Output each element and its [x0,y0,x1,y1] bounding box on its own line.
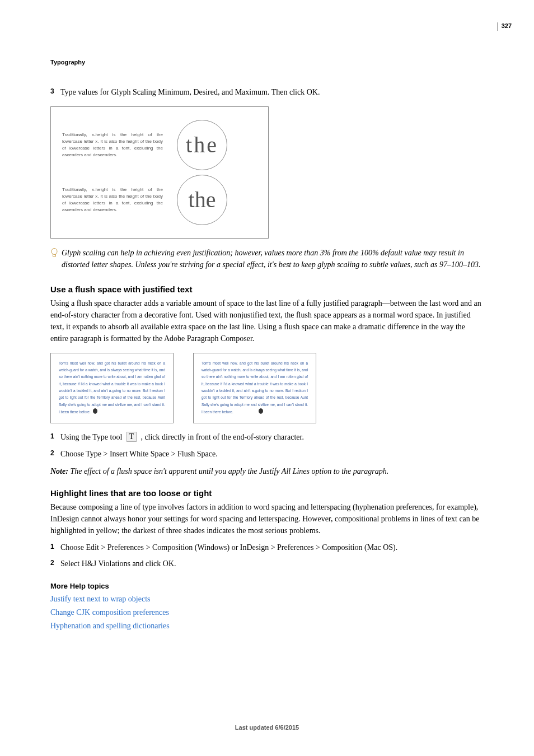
step-number: 3 [50,87,60,98]
step-text: Choose Type > Insert White Space > Flush… [60,449,484,460]
step-3: 3 Type values for Glyph Scaling Minimum,… [50,87,484,98]
figure-text-normal: Traditionally, x-height is the height of… [62,186,163,213]
note-label: Note: [50,467,68,475]
column-text: Tom's most well now, and got his bullet … [202,361,308,414]
step-number: 2 [50,449,60,460]
step-text: Type values for Glyph Scaling Minimum, D… [60,87,484,98]
header-topic: Typography [50,59,85,66]
footer-last-updated: Last updated 6/6/2015 [0,724,534,731]
glyph-scaling-figure: Traditionally, x-height is the height of… [50,106,269,239]
tip-text: Glyph scaling can help in achieving even… [62,247,484,270]
type-tool-icon: T [127,432,137,442]
note-body: The effect of a flush space isn't appare… [68,467,388,475]
circle-the-wide: the [177,120,227,170]
step-2-hj-violations: 2 Select H&J Violations and click OK. [50,558,484,570]
link-justify-wrap[interactable]: Justify text next to wrap objects [50,595,484,604]
svg-point-0 [51,248,57,254]
lightbulb-icon [50,248,62,272]
link-hyphenation-dict[interactable]: Hyphenation and spelling dictionaries [50,622,484,631]
example-column-left: Tom's most well now, and got his bullet … [50,353,174,424]
step-number: 2 [50,558,60,570]
figure-row-normal: Traditionally, x-height is the height of… [62,175,257,225]
step-2-insert-flush: 2 Choose Type > Insert White Space > Flu… [50,449,484,460]
step-1-composition-prefs: 1 Choose Edit > Preferences > Compositio… [50,542,484,553]
flush-space-example-figure: Tom's most well now, and got his bullet … [50,353,484,424]
highlight-paragraph: Because composing a line of type involve… [50,501,484,536]
page-content: 3 Type values for Glyph Scaling Minimum,… [50,87,484,635]
step-text: Choose Edit > Preferences > Composition … [60,542,484,553]
step-text-post: , click directly in front of the end-of-… [140,433,304,441]
step-1-type-tool: 1 Using the Type tool T , click directly… [50,432,484,443]
figure-text-content: Traditionally, x-height is the height of… [62,187,163,212]
link-cjk-prefs[interactable]: Change CJK composition preferences [50,608,484,617]
step-text: Select H&J Violations and click OK. [60,558,484,570]
figure-text-content: Traditionally, x-height is the height of… [62,132,163,157]
step-text-pre: Using the Type tool [60,433,124,441]
figure-text-wide: Traditionally, x-height is the height of… [62,132,163,158]
end-of-story-glyph-icon [258,408,264,416]
circle-the-normal: the [177,175,227,225]
figure-row-wide: Traditionally, x-height is the height of… [62,120,257,170]
step-number: 1 [50,542,60,553]
flush-space-paragraph: Using a flush space character adds a var… [50,297,484,344]
step-text: Using the Type tool T , click directly i… [60,432,484,443]
page-number: 327 [498,22,512,31]
section-heading-highlight: Highlight lines that are too loose or ti… [50,488,484,498]
note-flush-space: Note: The effect of a flush space isn't … [50,465,484,477]
tip-note: Glyph scaling can help in achieving even… [50,247,484,270]
section-heading-flush-space: Use a flush space with justified text [50,284,484,294]
end-of-story-glyph-icon [92,408,98,416]
more-help-heading: More Help topics [50,582,484,590]
example-column-right: Tom's most well now, and got his bullet … [193,353,316,424]
step-number: 1 [50,432,60,443]
column-text: Tom's most well now, and got his bullet … [59,361,165,414]
